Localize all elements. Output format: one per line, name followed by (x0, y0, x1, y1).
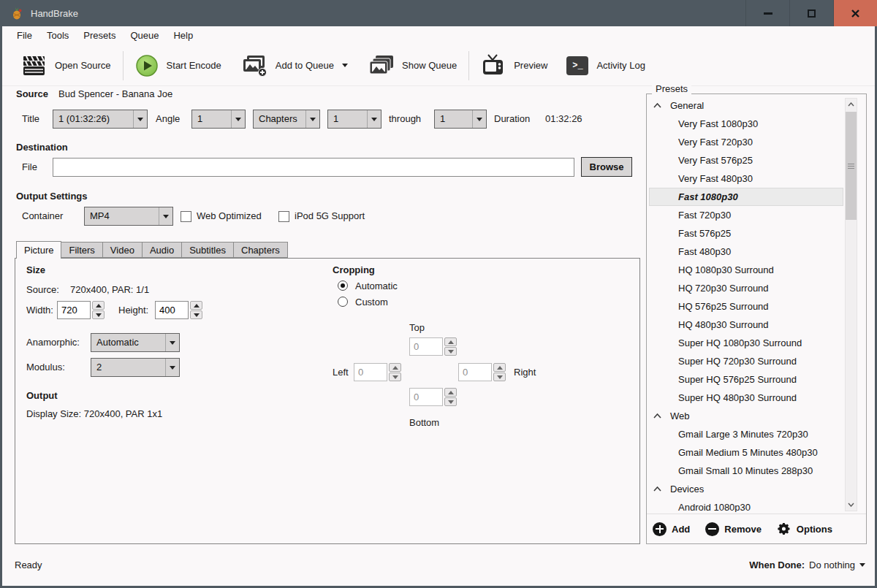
range-start-select[interactable]: 1 (327, 110, 381, 129)
preset-item-label: Android 1080p30 (678, 502, 751, 512)
preset-group-general[interactable]: General (649, 96, 843, 115)
preset-add-button[interactable]: Add (653, 522, 690, 536)
chevron-down-icon (371, 118, 377, 121)
preset-item[interactable]: Super HQ 576p25 Surround (649, 370, 843, 389)
tab-chapters[interactable]: Chapters (234, 242, 288, 258)
preset-item[interactable]: Fast 720p30 (649, 206, 843, 224)
close-icon (851, 9, 860, 18)
scroll-thumb[interactable] (846, 112, 857, 220)
preset-group-devices[interactable]: Devices (649, 480, 843, 498)
angle-select-value: 1 (192, 110, 231, 128)
presets-tree: General Very Fast 1080p30 Very Fast 720p… (649, 96, 843, 512)
range-end-value: 1 (435, 110, 472, 128)
range-end-select[interactable]: 1 (434, 110, 487, 129)
when-done-value[interactable]: Do nothing (809, 560, 855, 570)
handbrake-window: HandBrake File Tools Presets Queue Help (0, 0, 877, 588)
range-start-arrow (367, 110, 381, 128)
preview-button[interactable]: Preview (471, 49, 557, 83)
preset-item[interactable]: HQ 1080p30 Surround (649, 261, 843, 279)
play-icon (135, 54, 159, 77)
presets-legend: Presets (652, 83, 691, 94)
menu-item-tools[interactable]: Tools (39, 26, 76, 45)
tab-video[interactable]: Video (103, 242, 143, 258)
toolbar-separator (123, 51, 124, 80)
activity-log-button[interactable]: >_ Activity Log (557, 49, 654, 83)
ipod-support-checkbox[interactable] (278, 211, 289, 222)
preset-item[interactable]: Fast 576p25 (649, 224, 843, 243)
preset-item-label: Very Fast 480p30 (678, 173, 753, 184)
tv-icon (481, 54, 506, 77)
preset-item[interactable]: Gmail Large 3 Minutes 720p30 (649, 425, 843, 443)
ipod-support-label: iPod 5G Support (295, 207, 365, 226)
show-queue-button[interactable]: Show Queue (357, 49, 466, 83)
preset-group-web[interactable]: Web (649, 407, 843, 425)
preset-item[interactable]: Android 1080p30 (649, 498, 843, 512)
range-type-arrow (305, 110, 319, 128)
scroll-up-button[interactable] (846, 99, 857, 110)
open-source-button[interactable]: Open Source (12, 49, 121, 83)
scroll-down-icon (848, 503, 854, 507)
web-optimized-checkbox[interactable] (181, 211, 191, 222)
preset-item[interactable]: Fast 480p30 (649, 243, 843, 261)
duration-value: 01:32:26 (545, 110, 582, 129)
preset-item-label: HQ 720p30 Surround (678, 283, 769, 294)
preset-item[interactable]: HQ 480p30 Surround (649, 316, 843, 334)
maximize-icon (808, 9, 816, 18)
tab-filters[interactable]: Filters (61, 242, 102, 258)
preset-item[interactable]: HQ 576p25 Surround (649, 297, 843, 316)
presets-scrollbar[interactable] (845, 98, 857, 511)
preset-item-label: Gmail Small 10 Minutes 288p30 (678, 465, 813, 476)
title-select-arrow (133, 110, 147, 128)
chevron-down-icon (137, 118, 143, 121)
preset-remove-button[interactable]: Remove (705, 522, 762, 536)
picture-tab-panel (15, 258, 640, 544)
preset-item[interactable]: Super HQ 1080p30 Surround (649, 334, 843, 352)
add-to-queue-dropdown-icon[interactable] (342, 64, 348, 67)
add-to-queue-icon (240, 54, 267, 77)
title-select[interactable]: 1 (01:32:26) (53, 110, 148, 129)
preset-item[interactable]: Very Fast 720p30 (649, 133, 843, 151)
preset-item-label: Fast 576p25 (678, 228, 731, 239)
preset-item-selected[interactable]: Fast 1080p30 (649, 188, 843, 206)
close-button[interactable] (833, 0, 877, 26)
tab-audio[interactable]: Audio (143, 242, 182, 258)
terminal-icon: >_ (566, 56, 588, 75)
browse-button[interactable]: Browse (581, 157, 632, 177)
range-type-select[interactable]: Chapters (253, 110, 320, 129)
menu-item-queue[interactable]: Queue (123, 26, 166, 45)
file-label: File (22, 158, 37, 177)
start-encode-button[interactable]: Start Encode (126, 49, 231, 83)
menu-item-file[interactable]: File (10, 26, 39, 45)
container-arrow (159, 207, 172, 225)
preset-item[interactable]: Gmail Medium 5 Minutes 480p30 (649, 443, 843, 462)
preset-item-label: Gmail Medium 5 Minutes 480p30 (678, 447, 818, 458)
menu-item-presets[interactable]: Presets (76, 26, 123, 45)
preset-item[interactable]: Very Fast 1080p30 (649, 115, 843, 133)
angle-select[interactable]: 1 (191, 110, 246, 129)
menu-item-help[interactable]: Help (166, 26, 200, 45)
maximize-button[interactable] (789, 0, 833, 26)
main-toolbar: Open Source Start Encode (2, 45, 875, 86)
when-done-dropdown-icon[interactable] (859, 563, 865, 567)
preset-item[interactable]: Gmail Small 10 Minutes 288p30 (649, 462, 843, 480)
chevron-down-icon (235, 118, 241, 121)
show-queue-label: Show Queue (402, 60, 457, 71)
preset-item[interactable]: Super HQ 720p30 Surround (649, 352, 843, 370)
chevron-down-icon (477, 118, 482, 121)
preset-item[interactable]: Very Fast 480p30 (649, 169, 843, 188)
tab-subtitles[interactable]: Subtitles (182, 242, 234, 258)
add-to-queue-button[interactable]: Add to Queue (231, 49, 357, 83)
destination-file-input[interactable] (53, 158, 574, 177)
preset-options-button[interactable]: Options (777, 522, 832, 536)
preset-item[interactable]: Super HQ 480p30 Surround (649, 389, 843, 407)
tab-picture[interactable]: Picture (16, 241, 61, 259)
toolbar-separator (468, 51, 469, 80)
scroll-down-button[interactable] (846, 499, 857, 511)
when-done-control: When Done: Do nothing (749, 560, 865, 570)
minimize-button[interactable] (745, 0, 789, 26)
container-select[interactable]: MP4 (84, 207, 173, 226)
preset-item[interactable]: Very Fast 576p25 (649, 151, 843, 169)
preset-item-label: Super HQ 480p30 Surround (678, 392, 797, 403)
preset-item[interactable]: HQ 720p30 Surround (649, 279, 843, 297)
source-title-text: Bud Spencer - Banana Joe (58, 88, 172, 99)
